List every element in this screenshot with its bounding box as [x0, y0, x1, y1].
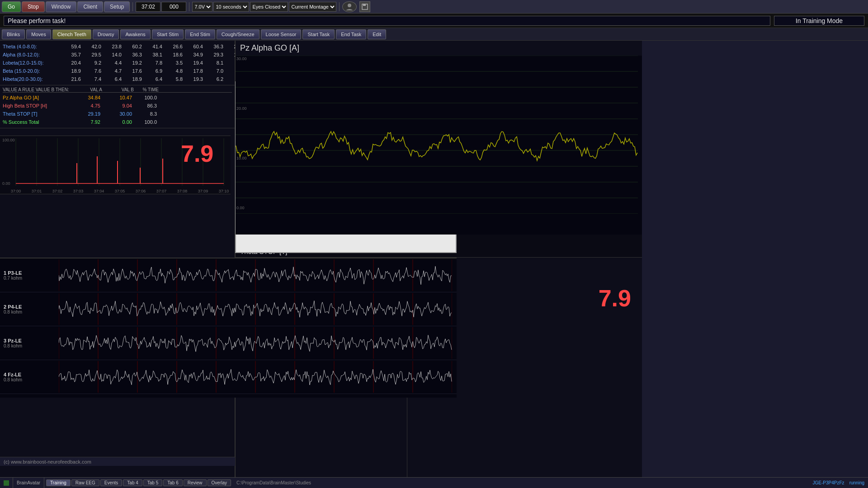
- event-btn-edit[interactable]: Edit: [368, 29, 386, 39]
- svg-point-0: [348, 4, 351, 7]
- taskbar-tab-review[interactable]: Review: [184, 479, 207, 486]
- freq-value: 38.1: [143, 51, 163, 59]
- rule-name: % Success Total: [3, 118, 80, 126]
- taskbar-status: JGE-P3P4PzFz running: [812, 480, 868, 485]
- eeg-channel-1: 2 P4-LE0.8 kohm: [0, 292, 457, 326]
- taskbar-tab-raw-eeg[interactable]: Raw EEG: [71, 479, 99, 486]
- freq-value: 7.6: [82, 67, 102, 75]
- eeg-ch-label-3: 4 Fz-LE0.8 kohm: [0, 372, 59, 382]
- toolbar: Go Stop Window Client Setup 7.0V 10 seco…: [0, 0, 868, 14]
- save-icon[interactable]: [359, 1, 370, 12]
- freq-value: 8.1: [204, 59, 224, 67]
- event-btn-start-stim[interactable]: Start Stim: [152, 29, 184, 39]
- taskbar-tab-training[interactable]: Training: [46, 479, 71, 486]
- rule-val-b: 0.00: [102, 118, 134, 126]
- go-button[interactable]: Go: [2, 1, 21, 12]
- eeg-wave-0: [59, 259, 457, 291]
- svg-text:37:09: 37:09: [198, 189, 208, 193]
- rule-val-a: 29.19: [80, 110, 102, 118]
- taskbar-tab-overlay[interactable]: Overlay: [208, 479, 231, 486]
- separator-2: [189, 2, 189, 11]
- time-input[interactable]: [136, 2, 160, 12]
- eeg-wave-1: [59, 293, 457, 325]
- duration-select[interactable]: 10 seconds: [213, 2, 249, 12]
- rule-pct: 8.3: [134, 110, 159, 118]
- freq-value: 59.4: [61, 42, 82, 51]
- event-btn-blinks[interactable]: Blinks: [2, 29, 25, 39]
- window-button[interactable]: Window: [46, 1, 77, 12]
- freq-value: 29.3: [204, 51, 224, 59]
- rules-table: VALUE A RULE VALUE B THEN: VAL A VAL B %…: [0, 85, 235, 128]
- avatar-icon: [342, 1, 357, 12]
- taskbar-tab-tab-4[interactable]: Tab 4: [123, 479, 142, 486]
- svg-text:20.00: 20.00: [236, 106, 247, 111]
- eeg-ch-label-2: 3 Pz-LE0.8 kohm: [0, 338, 59, 348]
- eeg-channel-0: 1 P3-LE0.7 kohm: [0, 258, 457, 292]
- freq-value: 4.7: [102, 67, 123, 75]
- freq-value: 17.6: [123, 67, 143, 75]
- stop-button[interactable]: Stop: [22, 1, 45, 12]
- freq-value: 18.9: [123, 75, 143, 83]
- freq-value: 7.8: [143, 59, 163, 67]
- eeg-wave-svg-3: [59, 361, 452, 393]
- event-btn-moves[interactable]: Moves: [26, 29, 51, 39]
- eyes-select[interactable]: Eyes Closed: [250, 2, 288, 12]
- freq-label: Hibeta(20.0-30.0):: [3, 75, 61, 83]
- svg-text:37:08: 37:08: [177, 189, 188, 193]
- svg-text:37:00: 37:00: [11, 189, 21, 193]
- freq-row: Lobeta(12.0-15.0):20.49.24.419.27.83.519…: [3, 59, 232, 67]
- taskbar-tab-tab-6[interactable]: Tab 6: [163, 479, 182, 486]
- freq-value: 35.7: [61, 51, 82, 59]
- event-btn-end-task[interactable]: End Task: [336, 29, 366, 39]
- svg-text:37:04: 37:04: [94, 189, 104, 193]
- chart1-title: Pz Alpha GO [A]: [236, 41, 642, 56]
- right-chart-svg: 30.0020.0010.000.00: [236, 56, 638, 214]
- freq-value: 60.2: [123, 42, 143, 51]
- taskbar-program[interactable]: BrainAvatar: [13, 478, 44, 488]
- col-val-b: VAL B: [102, 87, 134, 92]
- event-btn-awakens[interactable]: Awakens: [120, 29, 150, 39]
- svg-text:37:03: 37:03: [73, 189, 84, 193]
- event-btn-cough/sneeze[interactable]: Cough/Sneeze: [217, 29, 259, 39]
- setup-button[interactable]: Setup: [104, 1, 130, 12]
- event-btn-drowsy[interactable]: Drowsy: [93, 29, 119, 39]
- rule-row: % Success Total 7.92 0.00 100.0: [3, 118, 232, 126]
- counter-input[interactable]: [161, 2, 186, 12]
- event-btn-loose-sensor[interactable]: Loose Sensor: [261, 29, 302, 39]
- rule-name: Theta STOP [T]: [3, 110, 80, 118]
- freq-value: 34.9: [184, 51, 204, 59]
- rule-pct: 100.0: [134, 118, 159, 126]
- freq-value: 21.6: [61, 75, 82, 83]
- svg-text:100.00: 100.00: [2, 138, 15, 142]
- taskbar-tab-tab-5[interactable]: Tab 5: [143, 479, 162, 486]
- event-btn-clench-teeth[interactable]: Clench Teeth: [52, 29, 91, 39]
- taskbar-tab-events[interactable]: Events: [100, 479, 123, 486]
- freq-row: Beta (15.0-20.0):18.97.64.717.66.94.817.…: [3, 67, 232, 75]
- client-button[interactable]: Client: [77, 1, 103, 12]
- eeg-panel: 1 P3-LE0.7 kohm2 P4-LE0.8 kohm3 Pz-LE0.8…: [0, 258, 457, 398]
- montage-select[interactable]: Current Montage: [289, 2, 336, 12]
- score-display: 7.9: [181, 140, 213, 167]
- freq-value: 36.3: [204, 42, 224, 51]
- freq-value: 41.4: [143, 42, 163, 51]
- rule-row: Pz Alpha GO [A] 34.84 10.47 100.0: [3, 94, 232, 102]
- eeg-wave-svg-0: [59, 259, 452, 291]
- freq-value: 42.0: [82, 42, 102, 51]
- freq-value: 14.0: [102, 51, 123, 59]
- freq-value: 23.8: [102, 42, 123, 51]
- svg-text:37:02: 37:02: [52, 189, 63, 193]
- freq-value: 19.4: [184, 59, 204, 67]
- chart1-area: 30.0020.0010.000.00: [236, 56, 642, 235]
- freq-value: 6.4: [143, 75, 163, 83]
- svg-text:0.00: 0.00: [236, 206, 245, 210]
- event-btn-end-stim[interactable]: End Stim: [185, 29, 215, 39]
- svg-text:0.00: 0.00: [2, 181, 10, 186]
- freq-table: Theta (4.0-8.0):59.442.023.860.241.426.6…: [0, 41, 235, 85]
- level-select[interactable]: 7.0V: [192, 2, 212, 12]
- eeg-ch-label-0: 1 P3-LE0.7 kohm: [0, 270, 59, 281]
- taskbar-start[interactable]: [0, 478, 13, 488]
- svg-text:37:07: 37:07: [156, 189, 167, 193]
- event-btn-start-task[interactable]: Start Task: [302, 29, 335, 39]
- freq-row: Alpha (8.0-12.0):35.729.514.036.338.118.…: [3, 51, 232, 59]
- freq-value: 19.3: [184, 75, 204, 83]
